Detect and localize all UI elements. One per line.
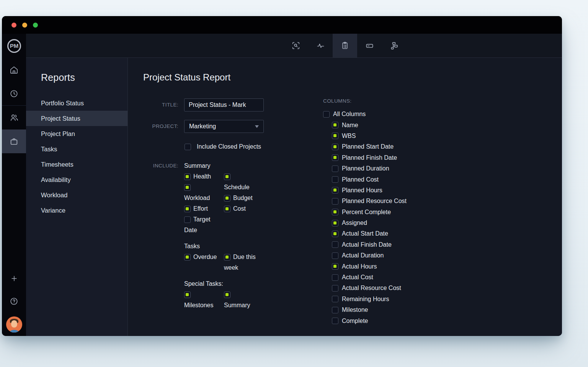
tool-scan-search[interactable] bbox=[284, 34, 308, 57]
tool-card[interactable] bbox=[357, 34, 382, 57]
checkbox-actual-cost[interactable] bbox=[332, 274, 338, 281]
column-option: Name bbox=[323, 120, 446, 130]
column-option: Planned Cost bbox=[323, 174, 446, 185]
option-label: Cost bbox=[233, 205, 246, 212]
workflow-icon bbox=[390, 41, 399, 50]
column-option: Actual Resource Cost bbox=[323, 283, 446, 293]
pm-logo[interactable]: PM bbox=[2, 34, 26, 58]
user-avatar[interactable] bbox=[6, 316, 22, 333]
sidebar-item-timesheets[interactable]: Timesheets bbox=[26, 157, 127, 172]
columns-label: COLUMNS: bbox=[323, 98, 446, 105]
option-label: Planned Duration bbox=[342, 165, 389, 172]
column-option: Actual Hours bbox=[323, 261, 446, 272]
column-option: Assigned bbox=[323, 218, 446, 228]
checkbox-workload[interactable] bbox=[184, 184, 191, 191]
special-column-1: Milestones bbox=[184, 289, 218, 311]
nav-time-button[interactable] bbox=[2, 82, 26, 105]
help-button[interactable] bbox=[2, 290, 26, 312]
checkbox-wbs[interactable] bbox=[332, 133, 338, 139]
sidebar-item-availability[interactable]: Availability bbox=[26, 172, 127, 187]
checkbox-actual-hours[interactable] bbox=[332, 263, 338, 270]
all-columns-row: All Columns bbox=[323, 109, 446, 120]
minimize-button[interactable] bbox=[22, 23, 27, 28]
checkbox-planned-duration[interactable] bbox=[332, 165, 338, 172]
checkbox-due-this-week[interactable] bbox=[224, 254, 230, 261]
scan-search-icon bbox=[292, 41, 300, 50]
tool-activity[interactable] bbox=[308, 34, 333, 57]
checkbox-actual-start-date[interactable] bbox=[332, 231, 338, 237]
sidebar-item-project-plan[interactable]: Project Plan bbox=[26, 126, 127, 141]
option-label: Planned Resource Cost bbox=[342, 198, 407, 205]
checkbox-all-columns[interactable] bbox=[323, 111, 330, 118]
checkbox-actual-duration[interactable] bbox=[332, 252, 338, 259]
option-label: Actual Resource Cost bbox=[342, 285, 401, 292]
column-option: Planned Resource Cost bbox=[323, 196, 446, 206]
sidebar-item-project-status[interactable]: Project Status bbox=[26, 111, 127, 126]
option-label: Percent Complete bbox=[342, 209, 391, 216]
checkbox-complete[interactable] bbox=[332, 318, 338, 324]
checkbox-milestone[interactable] bbox=[332, 307, 338, 313]
option-label: Overdue bbox=[193, 254, 217, 260]
checkbox-schedule[interactable] bbox=[224, 174, 230, 180]
include-closed-label: Include Closed Projects bbox=[197, 143, 261, 150]
checkbox-effort[interactable] bbox=[184, 206, 191, 212]
checkbox-name[interactable] bbox=[332, 122, 338, 128]
include-option: Summary bbox=[224, 289, 258, 311]
checkbox-include-closed-projects[interactable] bbox=[185, 144, 191, 150]
project-select[interactable]: Marketing bbox=[184, 120, 264, 133]
sidebar-item-workload[interactable]: Workload bbox=[26, 187, 127, 203]
card-icon bbox=[365, 41, 374, 50]
briefcase-icon bbox=[10, 137, 18, 146]
checkbox-planned-cost[interactable] bbox=[332, 176, 338, 183]
title-label: TITLE: bbox=[128, 102, 178, 108]
nav-team-button[interactable] bbox=[2, 106, 26, 129]
nav-portfolio-button[interactable] bbox=[2, 129, 26, 153]
checkbox-planned-start-date[interactable] bbox=[332, 144, 338, 150]
include-option: Schedule bbox=[224, 171, 258, 193]
sidebar-item-variance[interactable]: Variance bbox=[26, 203, 127, 218]
report-title-input[interactable] bbox=[184, 98, 264, 111]
nav-home-button[interactable] bbox=[2, 58, 26, 82]
checkbox-actual-finish-date[interactable] bbox=[332, 241, 338, 248]
add-button[interactable] bbox=[2, 267, 26, 290]
option-label: Budget bbox=[233, 195, 253, 201]
checkbox-overdue[interactable] bbox=[184, 254, 191, 261]
zoom-button[interactable] bbox=[33, 23, 38, 28]
checkbox-budget[interactable] bbox=[224, 195, 230, 202]
include-option: Overdue bbox=[184, 252, 218, 262]
sidebar-item-portfolio-status[interactable]: Portfolio Status bbox=[26, 95, 127, 111]
checkbox-assigned[interactable] bbox=[332, 220, 338, 226]
chevron-down-icon bbox=[255, 125, 259, 128]
include-option: Target Date bbox=[184, 214, 218, 236]
checkbox-planned-finish-date[interactable] bbox=[332, 154, 338, 161]
checkbox-actual-resource-cost[interactable] bbox=[332, 285, 338, 292]
checkbox-health[interactable] bbox=[184, 174, 191, 180]
checkbox-summary[interactable] bbox=[224, 292, 230, 298]
close-button[interactable] bbox=[11, 23, 16, 28]
sidebar-item-tasks[interactable]: Tasks bbox=[26, 141, 127, 157]
checkbox-milestones[interactable] bbox=[184, 292, 191, 298]
checkbox-planned-hours[interactable] bbox=[332, 187, 338, 193]
checkbox-cost[interactable] bbox=[224, 206, 230, 212]
special-tasks-header: Special Tasks: bbox=[184, 279, 261, 289]
option-label: Name bbox=[342, 122, 358, 129]
checkbox-target-date[interactable] bbox=[184, 216, 191, 223]
option-label: Actual Finish Date bbox=[342, 241, 392, 248]
all-columns-label: All Columns bbox=[333, 111, 366, 118]
checkbox-percent-complete[interactable] bbox=[332, 209, 338, 215]
special-column-2: Summary bbox=[224, 289, 258, 311]
activity-icon bbox=[316, 41, 325, 50]
tool-reports[interactable] bbox=[333, 34, 357, 57]
option-label: Workload bbox=[184, 195, 210, 201]
checkbox-planned-resource-cost[interactable] bbox=[332, 198, 338, 205]
option-label: Milestones bbox=[184, 302, 213, 308]
avatar-face bbox=[11, 320, 17, 328]
summary-column-2: ScheduleBudgetCost bbox=[224, 171, 258, 236]
column-option: Actual Start Date bbox=[323, 228, 446, 239]
checkbox-remaining-hours[interactable] bbox=[332, 296, 338, 302]
reports-panel: Reports Portfolio StatusProject StatusPr… bbox=[26, 58, 128, 336]
summary-header: Summary bbox=[184, 161, 261, 171]
tool-workflow[interactable] bbox=[382, 34, 406, 57]
app-window: PM bbox=[2, 16, 562, 336]
pm-logo-text: PM bbox=[10, 43, 18, 49]
